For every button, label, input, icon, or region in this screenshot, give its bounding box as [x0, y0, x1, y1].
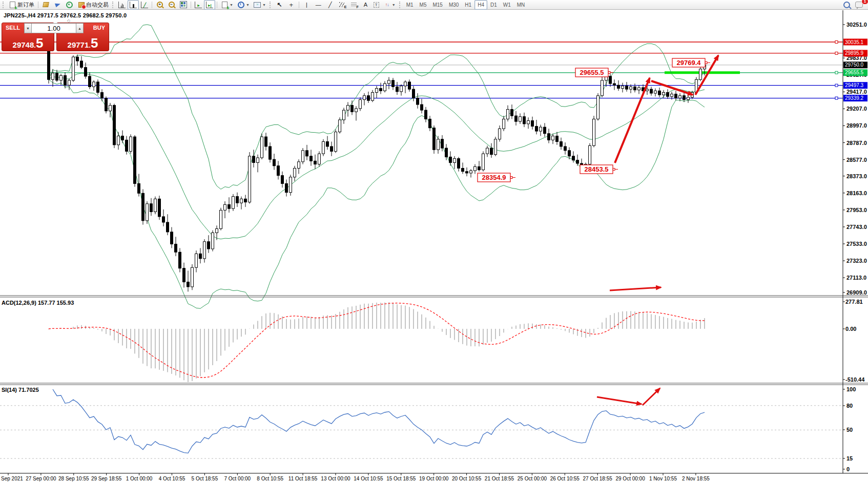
- svg-text:28163.0: 28163.0: [846, 190, 867, 196]
- timeframe-m5[interactable]: M5: [417, 0, 430, 10]
- arrows-button[interactable]: ↑↓▼: [381, 0, 398, 10]
- svg-text:2 Nov 18:55: 2 Nov 18:55: [682, 476, 710, 481]
- cursor-button[interactable]: ↖: [274, 0, 285, 10]
- text-label-button[interactable]: T: [371, 0, 381, 10]
- svg-text:27533.0: 27533.0: [846, 241, 867, 247]
- chat-button[interactable]: 1: [853, 0, 867, 10]
- auto-trading-label: 自动交易: [86, 1, 109, 9]
- send-icon: [54, 1, 61, 9]
- chart-canvas[interactable]: 30251.029837.029627.029417.029207.028997…: [0, 10, 868, 483]
- text-label-icon: T: [374, 2, 379, 8]
- svg-text:29207.0: 29207.0: [846, 106, 867, 112]
- svg-text:4 Oct 10:55: 4 Oct 10:55: [159, 476, 185, 481]
- zoom-in-icon: +: [156, 1, 163, 9]
- vline-button[interactable]: |: [301, 0, 313, 10]
- red-arrow[interactable]: [615, 78, 650, 163]
- channel-button[interactable]: E: [336, 0, 348, 10]
- level-handle[interactable]: [835, 71, 838, 74]
- buy-label: BUY: [93, 25, 105, 31]
- time-axis: Sep 202127 Sep 00:0028 Sep 10:5529 Sep 1…: [1, 473, 710, 481]
- trendline-button[interactable]: ╱: [324, 0, 336, 10]
- price-levels[interactable]: [0, 41, 843, 100]
- auto-trading-button[interactable]: 自动交易: [75, 0, 111, 10]
- svg-text:-510.44: -510.44: [845, 376, 865, 383]
- svg-text:29655.5: 29655.5: [845, 70, 864, 75]
- new-order-button[interactable]: +新订单: [7, 0, 36, 10]
- svg-text:15 Oct 18:55: 15 Oct 18:55: [386, 476, 416, 481]
- red-arrow[interactable]: [643, 388, 660, 405]
- annotation-text: 29769.4: [677, 59, 701, 67]
- highlight-level-segment[interactable]: [665, 71, 740, 74]
- chart-shift-button[interactable]: ▸|: [204, 0, 215, 10]
- macd-label: ACD(12,26,9) 157.77 155.93: [2, 300, 74, 306]
- bb-upper: [49, 25, 705, 189]
- trend-arrows[interactable]: [597, 55, 718, 405]
- trading-terminal: +新订单 自动交易 ╱ + − ▸ ▸| +▼ ▼ ≈▼ ↖ + | — ╱ E…: [0, 0, 868, 483]
- chart-window[interactable]: 30251.029837.029627.029417.029207.028997…: [0, 10, 868, 483]
- toolbar-grip[interactable]: [3, 2, 5, 8]
- volume-input[interactable]: 1.00: [32, 23, 76, 33]
- svg-text:29750.0: 29750.0: [845, 62, 864, 68]
- svg-text:100: 100: [846, 386, 856, 392]
- annotation-text: 28354.9: [482, 174, 506, 181]
- tile-windows-button[interactable]: [177, 0, 189, 10]
- volume-increase-button[interactable]: ▲: [76, 23, 84, 33]
- vertical-line-icon: |: [303, 1, 311, 9]
- timeframe-m15[interactable]: M15: [429, 0, 445, 10]
- level-handle[interactable]: [835, 84, 838, 87]
- templates-button[interactable]: ≈▼: [252, 0, 268, 10]
- fibonacci-button[interactable]: F: [348, 0, 360, 10]
- zoom-in-button[interactable]: +: [154, 0, 166, 10]
- hline-button[interactable]: —: [313, 0, 324, 10]
- crosshair-button[interactable]: +: [285, 0, 297, 10]
- svg-text:29895.9: 29895.9: [845, 50, 864, 56]
- line-chart-button[interactable]: ╱: [139, 0, 150, 10]
- red-arrow[interactable]: [610, 287, 661, 290]
- arrows-icon: ↑↓: [383, 1, 391, 9]
- sell-label: SELL: [6, 25, 20, 31]
- svg-text:13 Oct 00:00: 13 Oct 00:00: [321, 476, 350, 481]
- level-handle[interactable]: [835, 97, 838, 99]
- tile-windows-icon: [179, 1, 187, 9]
- timeframe-h4[interactable]: H4: [474, 0, 487, 10]
- timeframe-mn[interactable]: MN: [514, 0, 528, 10]
- svg-text:0: 0: [846, 466, 850, 472]
- mail-button[interactable]: [52, 0, 64, 10]
- svg-text:27323.0: 27323.0: [846, 258, 867, 264]
- search-button[interactable]: [841, 0, 853, 10]
- crosshair-icon: +: [287, 1, 295, 9]
- cursor-icon: ↖: [276, 1, 283, 9]
- market-watch-button[interactable]: [64, 0, 75, 10]
- bar-chart-button[interactable]: [116, 0, 128, 10]
- symbol-ohlc-info: JPN225-,H4 29717.5 29762.5 29682.5 29750…: [4, 12, 127, 18]
- svg-text:25 Oct 00:00: 25 Oct 00:00: [518, 476, 547, 481]
- fibonacci-icon: F: [350, 1, 358, 9]
- new-chart-button[interactable]: +▼: [219, 0, 235, 10]
- level-handle[interactable]: [835, 52, 838, 54]
- level-handle[interactable]: [835, 41, 838, 44]
- quotes-button[interactable]: [40, 0, 52, 10]
- svg-text:27743.0: 27743.0: [846, 224, 867, 230]
- trendline-icon: ╱: [326, 1, 334, 9]
- annotation-text: 28453.5: [585, 165, 609, 173]
- chart-shift-icon: ▸|: [206, 2, 213, 8]
- timeframe-m30[interactable]: M30: [446, 0, 462, 10]
- auto-scroll-button[interactable]: ▸: [193, 0, 204, 10]
- svg-text:50: 50: [846, 427, 853, 433]
- text-button[interactable]: A: [360, 0, 371, 10]
- svg-text:30251.0: 30251.0: [846, 22, 867, 28]
- svg-text:277.81: 277.81: [845, 299, 863, 305]
- red-arrow[interactable]: [597, 397, 642, 404]
- svg-text:29 Oct 00:00: 29 Oct 00:00: [615, 476, 645, 481]
- timeframe-w1[interactable]: W1: [500, 0, 514, 10]
- zoom-out-button[interactable]: −: [166, 0, 177, 10]
- timeframe-d1[interactable]: D1: [487, 0, 500, 10]
- svg-text:1 Nov 10:55: 1 Nov 10:55: [649, 476, 677, 481]
- quotes-icon: [42, 1, 50, 9]
- candlestick-chart-button[interactable]: [128, 0, 139, 10]
- timeframe-m1[interactable]: M1: [403, 0, 417, 10]
- volume-decrease-button[interactable]: ▼: [24, 23, 32, 33]
- timeframe-h1[interactable]: H1: [462, 0, 474, 10]
- periods-button[interactable]: ▼: [235, 0, 252, 10]
- svg-text:80: 80: [846, 403, 853, 409]
